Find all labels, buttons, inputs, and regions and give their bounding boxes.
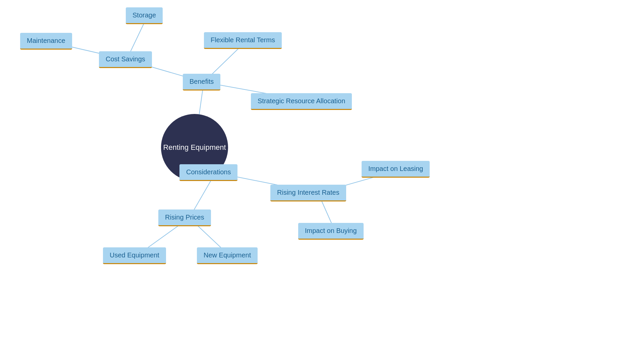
node-flexible: Flexible Rental Terms [204, 32, 282, 49]
node-benefits: Benefits [183, 74, 220, 90]
node-considerations: Considerations [179, 164, 237, 181]
node-new-equip: New Equipment [197, 247, 258, 264]
node-rising-prices: Rising Prices [158, 209, 211, 226]
node-storage: Storage [126, 7, 163, 24]
center-label: Renting Equipment [163, 143, 226, 152]
node-strategic: Strategic Resource Allocation [251, 93, 352, 110]
node-used-equip: Used Equipment [103, 247, 166, 264]
node-impact-leasing: Impact on Leasing [362, 161, 430, 178]
node-cost-savings: Cost Savings [99, 51, 152, 68]
node-rising-interest: Rising Interest Rates [270, 185, 346, 201]
node-impact-buying: Impact on Buying [298, 223, 364, 240]
node-maintenance: Maintenance [20, 33, 72, 50]
